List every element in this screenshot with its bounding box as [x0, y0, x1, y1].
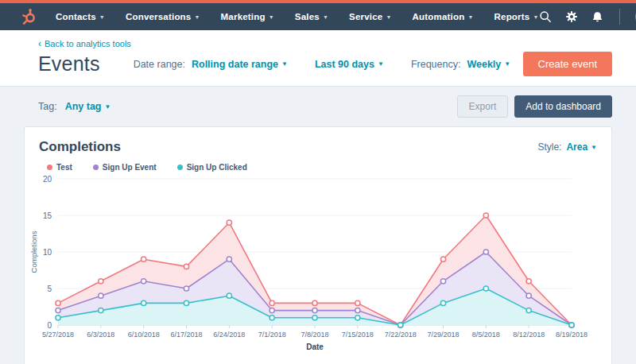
- svg-text:0: 0: [47, 321, 52, 330]
- nav-item-label: Automation: [413, 12, 465, 21]
- chart-style-value: Area: [566, 141, 588, 153]
- svg-text:5/27/2018: 5/27/2018: [42, 331, 74, 339]
- svg-text:7/22/2018: 7/22/2018: [385, 331, 417, 339]
- nav-item-label: Marketing: [221, 12, 266, 21]
- svg-text:8/5/2018: 8/5/2018: [472, 331, 500, 339]
- svg-text:Completions: Completions: [31, 230, 38, 273]
- search-icon[interactable]: [539, 10, 552, 23]
- tag-label: Tag:: [38, 101, 57, 112]
- chevron-down-icon: ▼: [504, 60, 510, 68]
- date-range-label: Date range:: [134, 59, 185, 70]
- divider: [619, 9, 620, 25]
- legend-dot-icon: [93, 165, 99, 170]
- back-to-analytics-link[interactable]: ‹ Back to analytics tools: [38, 38, 131, 49]
- top-navbar: Contacts▼ Conversations▼ Marketing▼ Sale…: [0, 3, 636, 30]
- completions-report-card: Completions Style: Area▼ TestSign Up Eve…: [24, 126, 612, 364]
- chevron-down-icon: ▼: [99, 14, 105, 20]
- svg-text:7/15/2018: 7/15/2018: [342, 331, 374, 339]
- svg-text:15: 15: [43, 211, 52, 220]
- filter-bar: Tag: Any tag▼ Export Add to dashboard: [0, 87, 636, 126]
- svg-text:10: 10: [43, 248, 52, 257]
- svg-text:20: 20: [43, 175, 52, 184]
- legend-dot-icon: [47, 165, 52, 170]
- nav-item-marketing[interactable]: Marketing▼: [221, 12, 274, 21]
- legend-item[interactable]: Sign Up Clicked: [177, 163, 247, 172]
- export-button[interactable]: Export: [457, 95, 509, 118]
- date-range-type-value: Rolling date range: [192, 59, 278, 70]
- svg-text:Date: Date: [306, 343, 324, 351]
- chevron-down-icon: ▼: [591, 144, 597, 151]
- nav-item-reports[interactable]: Reports▼: [494, 12, 539, 21]
- chevron-down-icon: ▼: [386, 14, 391, 20]
- frequency-value: Weekly: [467, 59, 501, 70]
- chart-area: 051015205/27/20186/3/20186/10/20186/17/2…: [31, 173, 597, 361]
- page-header: ‹ Back to analytics tools Events Date ra…: [0, 30, 636, 87]
- legend-label: Sign Up Clicked: [187, 163, 247, 172]
- notifications-bell-icon[interactable]: [591, 10, 604, 23]
- navbar-utilities: biglytics.net ▼: [539, 8, 636, 25]
- nav-item-service[interactable]: Service▼: [349, 12, 391, 21]
- legend-item[interactable]: Sign Up Event: [93, 163, 157, 172]
- chevron-down-icon: ▼: [269, 14, 274, 20]
- svg-text:6/3/2018: 6/3/2018: [87, 331, 114, 339]
- chevron-down-icon: ▼: [533, 14, 538, 20]
- add-to-dashboard-button[interactable]: Add to dashboard: [514, 95, 612, 118]
- date-range-period-dropdown[interactable]: Last 90 days▼: [315, 59, 384, 70]
- legend-item[interactable]: Test: [47, 163, 72, 172]
- nav-item-sales[interactable]: Sales▼: [295, 12, 328, 21]
- tag-value: Any tag: [65, 101, 102, 112]
- legend-label: Sign Up Event: [103, 163, 157, 172]
- frequency-label: Frequency:: [411, 59, 461, 70]
- primary-nav: Contacts▼ Conversations▼ Marketing▼ Sale…: [56, 12, 539, 21]
- page-title: Events: [38, 52, 100, 76]
- svg-text:6/17/2018: 6/17/2018: [170, 331, 202, 339]
- nav-item-conversations[interactable]: Conversations▼: [126, 12, 200, 21]
- chart-style-dropdown[interactable]: Area▼: [566, 141, 597, 153]
- svg-text:5: 5: [47, 285, 52, 293]
- chart-title: Completions: [39, 139, 121, 155]
- nav-item-label: Conversations: [126, 12, 191, 21]
- chevron-down-icon: ▼: [194, 14, 200, 20]
- chevron-down-icon: ▼: [281, 60, 288, 68]
- svg-text:6/24/2018: 6/24/2018: [213, 331, 245, 339]
- nav-item-label: Sales: [295, 12, 320, 21]
- frequency-dropdown[interactable]: Weekly▼: [467, 59, 510, 70]
- hubspot-sprocket-logo[interactable]: [21, 8, 38, 25]
- back-link-label: Back to analytics tools: [45, 39, 131, 48]
- settings-gear-icon[interactable]: [565, 10, 578, 23]
- completions-area-chart[interactable]: 051015205/27/20186/3/20186/10/20186/17/2…: [31, 173, 619, 358]
- nav-item-label: Service: [349, 12, 382, 21]
- legend-dot-icon: [177, 165, 183, 170]
- nav-item-label: Contacts: [56, 12, 96, 21]
- date-range-type-dropdown[interactable]: Rolling date range▼: [192, 59, 288, 70]
- nav-item-contacts[interactable]: Contacts▼: [56, 12, 105, 21]
- legend-label: Test: [56, 163, 72, 172]
- chart-legend: TestSign Up EventSign Up Clicked: [47, 163, 597, 172]
- report-controls: Date range: Rolling date range▼ Last 90 …: [134, 59, 511, 70]
- date-range-period-value: Last 90 days: [315, 59, 374, 70]
- tag-dropdown[interactable]: Any tag▼: [65, 101, 111, 112]
- chevron-left-icon: ‹: [38, 38, 41, 49]
- svg-text:8/12/2018: 8/12/2018: [513, 331, 545, 339]
- nav-item-automation[interactable]: Automation▼: [413, 12, 474, 21]
- chevron-down-icon: ▼: [323, 14, 328, 20]
- svg-text:6/10/2018: 6/10/2018: [128, 331, 160, 339]
- chevron-down-icon: ▼: [378, 60, 384, 68]
- create-event-button[interactable]: Create event: [523, 52, 612, 76]
- svg-text:7/8/2018: 7/8/2018: [301, 331, 328, 339]
- chevron-down-icon: ▼: [467, 14, 473, 20]
- style-label: Style:: [537, 141, 561, 153]
- nav-item-label: Reports: [494, 12, 530, 21]
- svg-text:7/29/2018: 7/29/2018: [427, 331, 459, 339]
- svg-text:7/1/2018: 7/1/2018: [258, 331, 286, 339]
- chevron-down-icon: ▼: [104, 103, 111, 110]
- svg-text:8/19/2018: 8/19/2018: [556, 331, 588, 339]
